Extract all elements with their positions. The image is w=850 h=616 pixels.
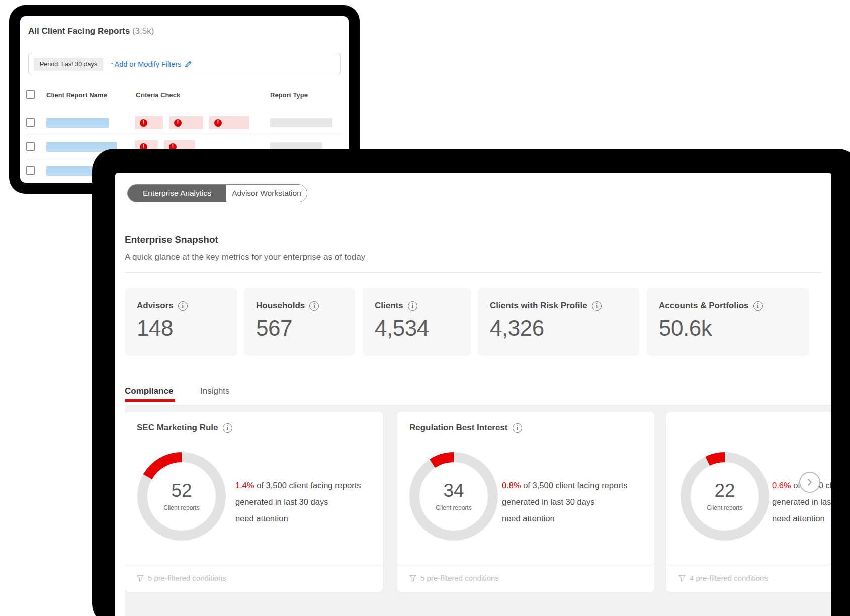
card-footer-divider xyxy=(125,564,383,564)
workspace-switcher: Enterprise Analytics Advisor Workstation xyxy=(127,184,307,202)
metric-value: 567 xyxy=(256,316,355,341)
add-modify-filters-link[interactable]: * Add or Modify Filters xyxy=(111,60,192,68)
chevron-right-icon xyxy=(804,477,815,488)
compliance-panel: SEC Marketing Rulei 52 Client reports 1.… xyxy=(125,405,831,616)
row-checkbox[interactable] xyxy=(26,142,35,151)
page-title: Enterprise Snapshot xyxy=(125,234,218,245)
gauge-chart: 22 Client reports xyxy=(681,452,769,541)
gauge-label: Client reports xyxy=(409,504,498,511)
metric-value: 4,326 xyxy=(490,316,639,341)
active-tab-underline xyxy=(125,399,175,402)
card-description: 1.4% of 3,500 client facing reports gene… xyxy=(235,477,361,527)
criteria-error-chip: ! xyxy=(135,116,163,129)
info-icon[interactable]: i xyxy=(408,301,417,311)
pre-filtered-conditions: 5 pre-filtered conditions xyxy=(409,574,499,582)
card-title: SEC Marketing Rule xyxy=(137,423,218,433)
add-modify-filters-label: Add or Modify Filters xyxy=(114,60,181,68)
card-footer-divider xyxy=(397,564,654,564)
card-title: Regulation Best Interest xyxy=(409,423,508,433)
info-icon[interactable]: i xyxy=(592,301,602,311)
filter-funnel-icon xyxy=(137,575,144,582)
row-checkbox[interactable] xyxy=(26,118,35,127)
reports-title-text: All Client Facing Reports xyxy=(28,26,130,36)
criteria-error-chip: ! xyxy=(169,116,203,129)
filter-funnel-icon xyxy=(678,575,686,582)
metric-label: Accounts & Portfolios xyxy=(659,301,749,311)
edit-pencil-icon xyxy=(184,60,192,68)
pre-filtered-conditions: 4 pre-filtered conditions xyxy=(678,574,768,582)
row-divider xyxy=(26,136,343,136)
gauge-chart: 34 Client reports xyxy=(409,452,498,541)
gauge-value: 22 xyxy=(681,480,769,501)
gauge-value: 34 xyxy=(409,480,498,501)
reports-count: (3.5k) xyxy=(132,26,154,36)
reports-title: All Client Facing Reports (3.5k) xyxy=(28,26,154,36)
analytics-window-content: Enterprise Analytics Advisor Workstation… xyxy=(115,173,831,616)
metric-label: Households xyxy=(256,301,305,311)
tab-advisor-workstation[interactable]: Advisor Workstation xyxy=(226,185,307,202)
metric-value: 148 xyxy=(137,316,237,341)
filter-bar: Period: Last 30 days * Add or Modify Fil… xyxy=(28,53,341,75)
tab-enterprise-analytics[interactable]: Enterprise Analytics xyxy=(128,185,226,202)
gauge-label: Client reports xyxy=(681,504,769,511)
report-type-placeholder xyxy=(270,118,332,127)
metric-value: 4,534 xyxy=(375,316,471,341)
page: All Client Facing Reports (3.5k) Period:… xyxy=(0,0,850,616)
info-icon[interactable]: i xyxy=(223,423,232,433)
info-icon[interactable]: i xyxy=(309,301,319,311)
metric-card-clients-risk-profile[interactable]: Clients with Risk Profilei 4,326 xyxy=(478,288,639,356)
tab-compliance[interactable]: Compliance xyxy=(125,386,173,396)
column-header-report-type: Report Type xyxy=(270,91,308,99)
error-badge-icon: ! xyxy=(140,119,147,127)
tab-insights[interactable]: Insights xyxy=(200,386,230,396)
pct-value: 1.4% xyxy=(235,481,254,490)
footnote-asterisk: * xyxy=(111,62,113,67)
pct-value: 0.6% xyxy=(772,481,791,490)
info-icon[interactable]: i xyxy=(178,301,188,311)
gauge-chart: 52 Client reports xyxy=(137,452,226,541)
row-checkbox[interactable] xyxy=(26,166,35,175)
gauge-value: 52 xyxy=(137,480,226,501)
carousel-next-button[interactable] xyxy=(799,472,820,493)
metric-card-clients[interactable]: Clientsi 4,534 xyxy=(363,288,471,356)
compliance-card-regulation-best-interest[interactable]: Regulation Best Interesti 34 Client repo… xyxy=(397,412,654,592)
card-description: 0.8% of 3,500 client facing reports gene… xyxy=(502,477,628,527)
metric-card-accounts-portfolios[interactable]: Accounts & Portfoliosi 50.6k xyxy=(647,288,809,356)
metric-label: Advisors xyxy=(137,301,174,311)
error-badge-icon: ! xyxy=(174,119,182,127)
card-footer-divider xyxy=(666,564,831,564)
column-header-criteria-check: Criteria Check xyxy=(136,91,180,99)
metric-label: Clients xyxy=(375,301,403,311)
report-name-placeholder xyxy=(46,118,109,128)
metric-card-households[interactable]: Householdsi 567 xyxy=(244,288,355,356)
metric-label: Clients with Risk Profile xyxy=(490,301,587,311)
pre-filtered-conditions: 5 pre-filtered conditions xyxy=(137,574,226,582)
error-badge-icon: ! xyxy=(214,119,222,127)
column-header-client-report-name: Client Report Name xyxy=(46,91,107,99)
info-icon[interactable]: i xyxy=(753,301,763,311)
gauge-label: Client reports xyxy=(137,504,226,511)
pct-value: 0.8% xyxy=(502,481,521,490)
section-divider xyxy=(125,272,822,273)
compliance-card-third[interactable]: 22 Client reports 0.6% of 3,500 client f… xyxy=(666,412,831,592)
compliance-card-sec-marketing-rule[interactable]: SEC Marketing Rulei 52 Client reports 1.… xyxy=(125,412,383,592)
criteria-error-chip: ! xyxy=(209,116,249,129)
page-subtitle: A quick glance at the key metrics for yo… xyxy=(125,252,365,262)
select-all-checkbox[interactable] xyxy=(26,90,35,99)
info-icon[interactable]: i xyxy=(513,423,522,433)
metric-value: 50.6k xyxy=(659,316,809,341)
metric-card-advisors[interactable]: Advisorsi 148 xyxy=(125,288,237,356)
period-filter-chip[interactable]: Period: Last 30 days xyxy=(34,58,103,71)
filter-funnel-icon xyxy=(409,575,416,582)
analytics-window: Enterprise Analytics Advisor Workstation… xyxy=(92,149,850,616)
